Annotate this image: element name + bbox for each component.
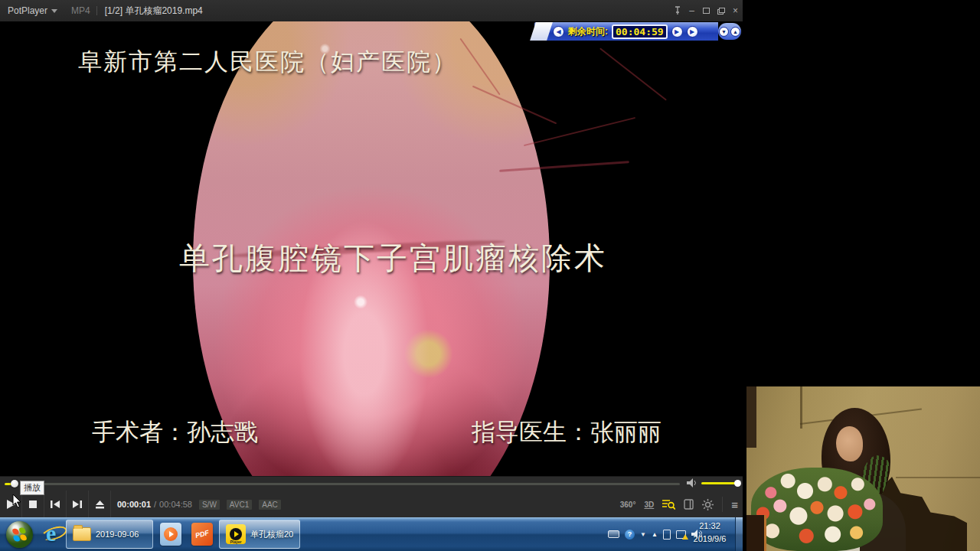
help-icon[interactable]: ?	[625, 530, 635, 540]
folder-icon	[73, 527, 91, 541]
hospital-caption: 阜新市第二人民医院（妇产医院）	[78, 46, 457, 78]
eject-button[interactable]	[89, 491, 111, 518]
duration: 00:04:58	[159, 500, 192, 509]
network-warning-icon[interactable]	[676, 530, 686, 539]
timer-label: 剩余时间:	[568, 25, 608, 38]
codec-badge: AVC1	[227, 500, 252, 510]
taskbar-item-media-player[interactable]	[160, 523, 181, 546]
device-eject-icon[interactable]: ▼	[640, 531, 646, 538]
timer-next-button[interactable]: ▶	[687, 26, 698, 37]
next-button[interactable]	[67, 491, 89, 518]
camera-feed	[746, 386, 980, 551]
start-button[interactable]	[6, 521, 33, 548]
wall-shadow	[746, 386, 756, 448]
player-controlbar: 播放 00:00:01 / 00:04:58	[0, 476, 743, 517]
minimize-button[interactable]: –	[684, 0, 699, 21]
current-time: 00:00:01	[117, 500, 151, 509]
seek-bar[interactable]	[23, 483, 680, 485]
mouse-cursor	[12, 494, 23, 512]
windows-logo-icon	[12, 527, 27, 542]
volume-group	[687, 478, 738, 487]
wall-seam	[896, 477, 980, 478]
seek-handle[interactable]	[11, 480, 18, 487]
seek-row	[0, 477, 743, 491]
menu-icon[interactable]: ≡	[731, 498, 738, 511]
window-controls: – ×	[670, 0, 743, 21]
time-display: 00:00:01 / 00:04:58 S/W AVC1 AAC	[117, 500, 281, 510]
taskbar-clock[interactable]: 21:32 2019/9/6	[688, 520, 732, 546]
transport-row: 00:00:01 / 00:04:58 S/W AVC1 AAC 360° 3D…	[0, 491, 743, 518]
playlist-panel-icon[interactable]	[684, 499, 694, 510]
ie-icon: e	[46, 520, 56, 546]
procedure-title: 单孔腹腔镜下子宫肌瘤核除术	[179, 237, 607, 279]
taskbar-item-potplayer[interactable]: Player 单孔核瘤2019.m...	[219, 520, 300, 549]
taskbar-item-pdf[interactable]: PDF	[191, 523, 213, 546]
countdown-overlay: ◀ 剩余时间: 00:04:59 ▶ ▶	[534, 22, 718, 41]
show-hidden-icons[interactable]: ▲	[652, 531, 658, 538]
potplayer-label: 单孔核瘤2019.m...	[250, 529, 293, 540]
clock-time: 21:32	[688, 520, 732, 533]
taskbar-item-folder[interactable]: 2019-09-06	[66, 520, 153, 549]
podium-corner	[746, 515, 766, 551]
folder-label: 2019-09-06	[96, 530, 139, 539]
file-title: [1/2] 单孔核瘤2019.mp4	[97, 5, 211, 18]
speaker-icon[interactable]	[687, 478, 697, 487]
maximize-button[interactable]	[699, 0, 714, 21]
advisor-caption: 指导医生：张丽丽	[472, 416, 662, 448]
vessel-line	[524, 117, 635, 146]
previous-button[interactable]	[44, 491, 67, 518]
vr-360-icon[interactable]: 360°	[620, 500, 636, 509]
keyboard-icon[interactable]	[608, 530, 619, 538]
right-icon-group: 360° 3D ≡	[620, 491, 738, 518]
time-separator: /	[154, 500, 156, 509]
surgeon-caption: 手术者：孙志戬	[92, 416, 258, 448]
flower-arrangement	[751, 468, 883, 551]
pin-icon[interactable]	[670, 0, 684, 21]
dual-view-button[interactable]	[714, 0, 728, 21]
timer-play-button[interactable]: ▶	[671, 26, 683, 37]
taskbar-item-ie[interactable]: e	[41, 520, 69, 548]
action-center-icon[interactable]	[663, 530, 671, 540]
timer-back-button[interactable]: ◀	[553, 26, 564, 37]
countdown-collapse-pill: ▼ ▲	[718, 23, 741, 40]
app-title: PotPlayer	[8, 5, 47, 16]
format-badge: MP4	[65, 5, 96, 16]
screen: PotPlayer MP4 [1/2] 单孔核瘤2019.mp4 – × 阜新市…	[0, 0, 980, 551]
speaker-face	[836, 426, 863, 461]
potplayer-icon: Player	[226, 524, 246, 544]
timer-expand-button[interactable]: ▲	[730, 27, 740, 37]
play-tooltip: 播放	[20, 481, 44, 495]
media-play-icon	[164, 527, 178, 541]
pdf-icon: PDF	[194, 529, 210, 540]
3d-icon[interactable]: 3D	[644, 500, 654, 509]
titlebar: PotPlayer MP4 [1/2] 单孔核瘤2019.mp4 – ×	[0, 0, 743, 21]
vessel-line	[459, 38, 500, 96]
settings-gear-icon[interactable]	[702, 499, 714, 510]
volume-handle[interactable]	[734, 480, 741, 487]
video-area[interactable]: 阜新市第二人民医院（妇产医院） 单孔腹腔镜下子宫肌瘤核除术 手术者：孙志戬 指导…	[0, 21, 743, 476]
close-button[interactable]: ×	[728, 0, 743, 21]
decoder-badge: S/W	[199, 500, 220, 510]
vessel-line	[472, 86, 557, 125]
timer-collapse-button[interactable]: ▼	[719, 27, 729, 37]
app-menu-button[interactable]: PotPlayer	[0, 0, 65, 21]
timer-value: 00:04:59	[612, 24, 668, 39]
vessel-line	[499, 161, 629, 172]
subtitle-search-icon[interactable]	[662, 499, 675, 510]
divider	[722, 497, 723, 512]
volume-slider[interactable]	[701, 482, 738, 484]
clock-date: 2019/9/6	[688, 533, 732, 546]
chevron-down-icon	[51, 9, 57, 13]
audio-badge: AAC	[259, 500, 281, 510]
vessel-line	[599, 47, 667, 100]
show-desktop-button[interactable]	[735, 517, 743, 551]
